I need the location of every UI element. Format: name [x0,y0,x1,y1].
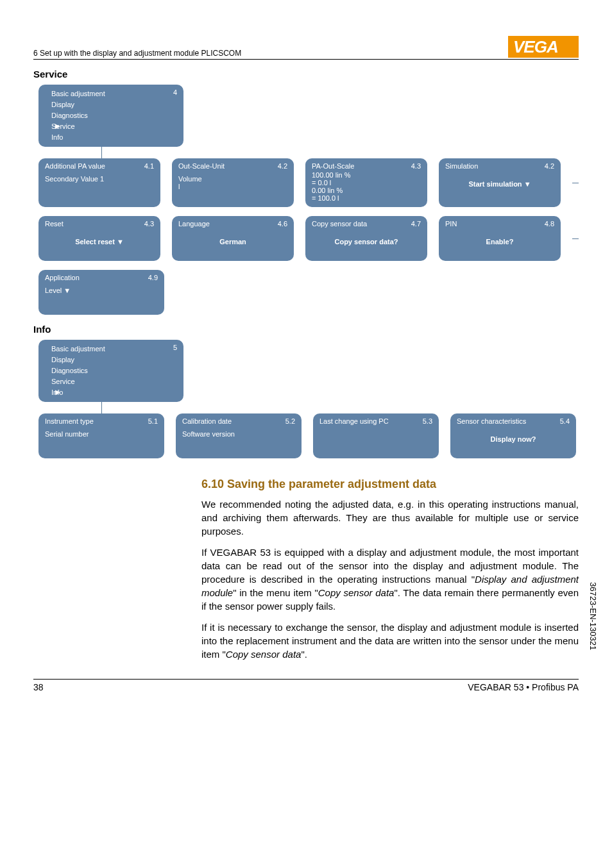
node-idx: 4.7 [411,220,421,228]
vega-logo: VEGA [508,36,579,58]
node-title: Simulation [445,162,478,170]
node-idx: 4.8 [545,220,554,228]
node-idx: 4.2 [278,162,287,170]
pointer-icon: ▶ [55,387,60,397]
node-instrument-type: Instrument type5.1 Serial number [38,413,164,458]
service-row-2: Reset4.3 Select reset ▼ Language4.6 Germ… [38,216,579,261]
connector [38,402,164,413]
node-title: Sensor characteristics [457,417,526,425]
node-title: PA-Out-Scale [312,162,354,170]
node-title: Calibration date [182,417,232,425]
node-line: Software version [182,430,295,438]
text: ". [301,649,307,660]
node-line: Serial number [45,430,158,438]
node-title: Additional PA value [45,162,105,170]
node-additional-pa: Additional PA value4.1 Secondary Value 1 [38,158,160,207]
menu-item: Display [51,99,177,110]
info-menu-box: 5 Basic adjustment Display Diagnostics S… [38,340,183,402]
menu-index: 5 [173,342,177,353]
node-title: Out-Scale-Unit [178,162,225,170]
node-reset: Reset4.3 Select reset ▼ [38,216,160,261]
node-idx: 4.9 [148,274,158,281]
node-action: Copy sensor data? [312,238,421,246]
document-code: 36723-EN-130321 [588,582,598,650]
menu-item: Info [51,132,177,143]
menu-item: Service [51,376,177,387]
service-row-3: Application4.9 Level ▼ [38,270,579,315]
node-title: Reset [45,220,64,228]
node-idx: 4.3 [411,162,421,170]
info-diagram: 5 Basic adjustment Display Diagnostics S… [38,340,579,458]
node-action: Display now? [457,435,570,443]
body-paragraph: We recommended noting the adjusted data,… [201,497,579,538]
node-title: Application [45,274,80,281]
text-italic: Copy sensor data [318,587,395,598]
node-pin: PIN4.8 Enable? [439,216,561,261]
page-footer: 38 VEGABAR 53 • Profibus PA [33,679,579,692]
node-title: Instrument type [45,417,94,425]
node-line: 0.00 lin % [312,187,421,194]
node-idx: 5.2 [285,417,295,425]
text-italic: Copy sensor data [226,649,302,660]
node-idx: 4.2 [545,162,554,170]
menu-item: Basic adjustment [51,344,177,355]
node-idx: 5.4 [560,417,570,425]
node-action: Enable? [445,238,554,246]
node-title: PIN [445,220,457,228]
menu-item: Display [51,355,177,365]
text: " in the menu item " [233,587,318,598]
node-line: Level ▼ [45,287,158,294]
body-text-column: 6.10 Saving the parameter adjustment dat… [201,478,579,661]
node-action: Select reset ▼ [45,238,154,246]
service-row-1: Additional PA value4.1 Secondary Value 1… [38,158,579,207]
section-heading-6-10: 6.10 Saving the parameter adjustment dat… [201,478,579,491]
node-copy-sensor: Copy sensor data4.7 Copy sensor data? [305,216,427,261]
node-idx: 5.1 [148,417,158,425]
node-line: 100.00 lin % [312,171,421,179]
node-title: Copy sensor data [312,220,367,228]
body-paragraph: If VEGABAR 53 is equipped with a display… [201,546,579,613]
connector [572,183,579,183]
svg-text:VEGA: VEGA [513,37,558,56]
header-breadcrumb: 6 Set up with the display and adjustment… [33,49,241,58]
menu-item: Basic adjustment [51,88,177,99]
node-idx: 5.3 [423,417,432,425]
body-paragraph: If it is necessary to exchange the senso… [201,621,579,661]
node-action: German [178,238,287,246]
node-title: Language [178,220,210,228]
node-line: Volume [178,175,287,183]
node-language: Language4.6 German [172,216,294,261]
node-title: Last change using PC [319,417,389,425]
menu-item: Diagnostics [51,110,177,121]
node-calibration-date: Calibration date5.2 Software version [176,413,302,458]
node-idx: 4.1 [144,162,154,170]
connector [38,147,164,158]
node-line: Secondary Value 1 [45,175,154,183]
node-line: = 0.0 l [312,179,421,187]
node-idx: 4.6 [278,220,287,228]
info-row: Instrument type5.1 Serial number Calibra… [38,413,579,458]
product-name: VEGABAR 53 • Profibus PA [468,682,579,692]
page-header: 6 Set up with the display and adjustment… [33,36,579,60]
node-out-scale-unit: Out-Scale-Unit4.2 Volume l [172,158,294,207]
node-idx: 4.3 [144,220,154,228]
menu-index: 4 [173,87,177,98]
service-diagram: 4 Basic adjustment Display Diagnostics ▶… [38,85,579,315]
menu-item: Diagnostics [51,365,177,376]
connector [572,238,579,239]
node-line: = 100.0 l [312,194,421,202]
pointer-icon: ▶ [55,121,60,131]
node-line: l [178,183,287,190]
node-action: Start simulation ▼ [445,180,554,188]
node-last-change: Last change using PC5.3 [313,413,439,458]
service-menu-box: 4 Basic adjustment Display Diagnostics ▶… [38,85,183,147]
service-heading: Service [33,69,579,79]
node-pa-out-scale: PA-Out-Scale4.3 100.00 lin % = 0.0 l 0.0… [305,158,427,207]
page-number: 38 [33,682,44,692]
node-application: Application4.9 Level ▼ [38,270,164,315]
node-sensor-characteristics: Sensor characteristics5.4 Display now? [450,413,576,458]
node-simulation: Simulation4.2 Start simulation ▼ [439,158,561,207]
info-heading: Info [33,324,579,335]
